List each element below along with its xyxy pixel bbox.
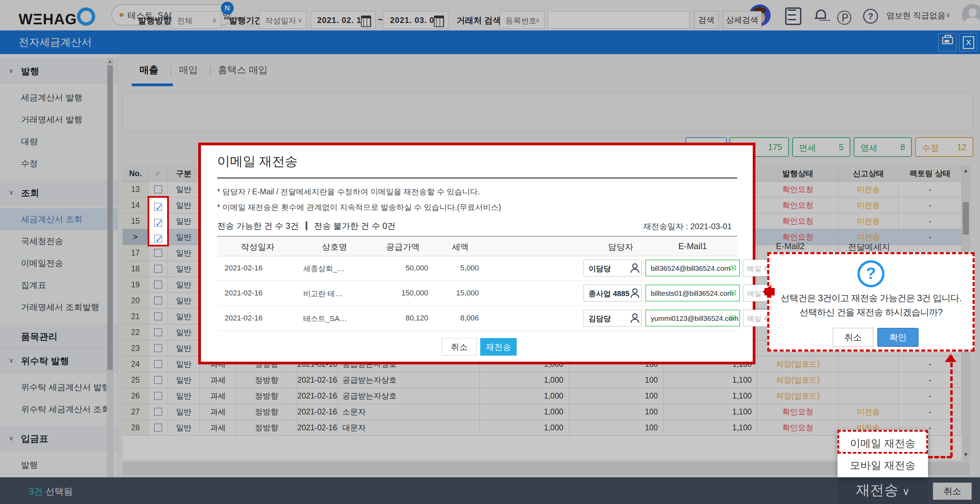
envelope-icon: ✉ bbox=[729, 263, 737, 273]
annotation-connector-vertical bbox=[950, 356, 953, 457]
modal-table-row: 2021-02-16비고란 테…150,00015,000종사업 4885bil… bbox=[217, 281, 737, 306]
menu-item-email-resend[interactable]: 이메일 재전송 bbox=[837, 430, 928, 454]
person-icon[interactable] bbox=[630, 313, 639, 323]
modal-resend-button[interactable]: 재전송 bbox=[480, 338, 517, 356]
row-date: 2021-02-16 bbox=[224, 314, 263, 322]
screen: WΞHAG 테스트_SAO 세금계산서 발… N Ⓟ ? 염보현 직급없음 ∨ … bbox=[0, 0, 980, 504]
modal-title: 이메일 재전송 bbox=[217, 153, 298, 170]
row-vat: 8,006 bbox=[435, 314, 479, 322]
person-icon[interactable] bbox=[630, 288, 639, 298]
manager-input[interactable]: 이담당 bbox=[584, 260, 642, 276]
question-mark-icon: ? bbox=[858, 260, 885, 287]
modal-note-2: * 이메일 재전송은 횟수에 관계없이 지속적으로 발송하실 수 있습니다.(무… bbox=[217, 202, 501, 213]
menu-item-mobile-resend[interactable]: 모바일 재전송 bbox=[837, 454, 928, 477]
modal-note-1: * 담당자 / E-Mail / 전달메세지란을 수정하여 이메일을 재전송할 … bbox=[217, 187, 480, 197]
row-date: 2021-02-16 bbox=[224, 264, 263, 273]
confirm-line-2: 선택하신 건을 재전송 하시겠습니까? bbox=[769, 306, 972, 318]
confirm-cancel-button[interactable]: 취소 bbox=[833, 328, 873, 347]
row-checkbox[interactable] bbox=[154, 203, 162, 211]
confirm-popup: ? 선택건은 3건이고 재전송 가능건은 3건 입니다. 선택하신 건을 재전송… bbox=[767, 252, 975, 352]
row-supply: 150,000 bbox=[371, 289, 428, 297]
row-supply: 50,000 bbox=[371, 264, 428, 273]
count-sendable: 전송 가능한 건 수 3건 bbox=[217, 221, 299, 231]
row-checkbox[interactable] bbox=[154, 219, 162, 227]
row-date: 2021-02-16 bbox=[224, 289, 263, 297]
row-company: 비고란 테… bbox=[303, 289, 342, 299]
manager-input[interactable]: 김담당 bbox=[584, 309, 642, 327]
row-vat: 5,000 bbox=[435, 264, 479, 273]
count-unsendable: 전송 불가한 건 수 0건 bbox=[314, 221, 396, 231]
person-icon[interactable] bbox=[630, 263, 639, 273]
modal-table-header: 작성일자 상호명 공급가액 세액 담당자 E-Mail1 E-Mail2 전달메… bbox=[217, 236, 737, 256]
annotation-connector-horizontal bbox=[928, 456, 951, 458]
manager-input[interactable]: 종사업 4885 bbox=[584, 285, 642, 301]
resend-date: 재전송일자 : 2021-03-01 bbox=[643, 221, 732, 232]
modal-cancel-button[interactable]: 취소 bbox=[442, 338, 477, 356]
confirm-ok-button[interactable]: 확인 bbox=[877, 328, 918, 347]
annotation-checkbox-highlight bbox=[148, 196, 169, 246]
modal-table-row: 2021-02-16세종상회_…50,0005,000이담당bill36524@… bbox=[217, 255, 737, 281]
email1-input[interactable]: yummi0123@bill36524.com✉ bbox=[645, 309, 740, 327]
row-checkbox[interactable] bbox=[154, 234, 162, 243]
resend-dropdown-menu: 이메일 재전송 모바일 재전송 bbox=[837, 430, 928, 477]
email1-input[interactable]: bill36524@bill36524.com✉ bbox=[645, 260, 740, 276]
row-company: 세종상회_… bbox=[303, 264, 344, 274]
envelope-icon: ✉ bbox=[729, 313, 737, 324]
modal-table-row: 2021-02-16테스트_SA…80,1208,006김담당yummi0123… bbox=[217, 306, 737, 331]
email1-input[interactable]: billtests01@bill36524.com✉ bbox=[645, 285, 740, 301]
envelope-icon: ✉ bbox=[729, 288, 737, 298]
modal-counts: 전송 가능한 건 수 3건전송 불가한 건 수 0건 bbox=[217, 220, 395, 231]
row-vat: 15,000 bbox=[435, 289, 479, 297]
row-company: 테스트_SA… bbox=[303, 314, 347, 324]
row-supply: 80,120 bbox=[371, 314, 428, 322]
email-resend-modal: 이메일 재전송 * 담당자 / E-Mail / 전달메세지란을 수정하여 이메… bbox=[198, 143, 756, 364]
confirm-line-1: 선택건은 3건이고 재전송 가능건은 3건 입니다. bbox=[769, 292, 972, 304]
